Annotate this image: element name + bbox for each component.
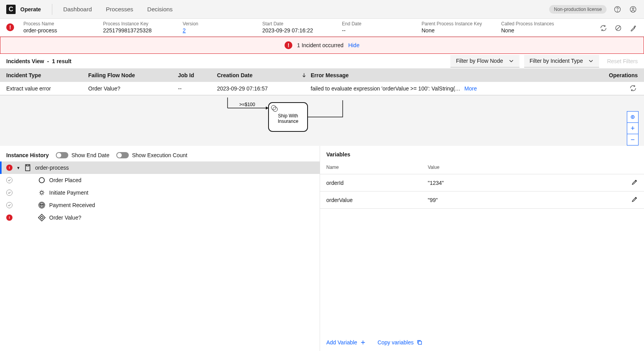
history-item-initiate-payment[interactable]: Initiate Payment bbox=[0, 186, 320, 199]
nav-links: Dashboard Processes Decisions bbox=[63, 6, 173, 12]
task-label-1: Ship With bbox=[278, 113, 298, 119]
history-item-root[interactable]: ! ▼ order-process bbox=[0, 161, 320, 174]
variable-value: "1234" bbox=[428, 180, 622, 186]
retry-icon[interactable] bbox=[599, 23, 608, 33]
history-item-label: Payment Received bbox=[49, 202, 95, 208]
incidents-filters: Filter by Flow Node Filter by Incident T… bbox=[450, 55, 638, 67]
nav-decisions[interactable]: Decisions bbox=[147, 6, 173, 12]
cell-incident-type: Extract value error bbox=[6, 85, 88, 92]
svg-text:!: ! bbox=[9, 166, 10, 170]
instance-operations bbox=[599, 23, 638, 33]
process-diagram[interactable]: Ship With Insurance >=$100 + − bbox=[0, 95, 644, 146]
start-event-icon bbox=[38, 177, 45, 184]
caret-down-icon[interactable]: ▼ bbox=[16, 166, 20, 170]
zoom-in-button[interactable]: + bbox=[627, 122, 639, 134]
nav-processes[interactable]: Processes bbox=[106, 6, 133, 12]
error-more-link[interactable]: More bbox=[464, 85, 477, 92]
incidents-view-title: Incidents View - 1 result bbox=[6, 58, 71, 64]
zoom-out-button[interactable]: − bbox=[627, 134, 639, 145]
field-version: Version 2 bbox=[183, 21, 253, 34]
incident-hide-link[interactable]: Hide bbox=[348, 42, 359, 48]
incident-banner: ! 1 Incident occurred Hide bbox=[0, 37, 644, 54]
incidents-table-header: Incident Type Failing Flow Node Job Id C… bbox=[0, 69, 644, 82]
toggle-switch bbox=[116, 152, 129, 158]
field-end-date: End Date -- bbox=[342, 21, 412, 34]
col-job-id[interactable]: Job Id bbox=[178, 72, 217, 78]
label-process-instance-key: Process Instance Key bbox=[103, 21, 173, 27]
value-called-instances: None bbox=[501, 27, 556, 34]
task-label-2: Insurance bbox=[278, 119, 299, 124]
edit-variable-button[interactable] bbox=[622, 179, 638, 186]
col-operations: Operations bbox=[603, 72, 638, 78]
history-item-label: Initiate Payment bbox=[49, 190, 88, 196]
col-incident-type[interactable]: Incident Type bbox=[6, 72, 88, 78]
filter-by-incident-type[interactable]: Filter by Incident Type bbox=[524, 55, 600, 67]
edit-variable-button[interactable] bbox=[622, 196, 638, 204]
toggle-show-end-date[interactable]: Show End Date bbox=[56, 152, 109, 158]
value-process-instance-key: 2251799813725328 bbox=[103, 27, 173, 34]
reset-filters[interactable]: Reset Filters bbox=[607, 58, 638, 64]
field-parent-key: Parent Process Instance Key None bbox=[422, 21, 492, 34]
sort-descending-icon bbox=[301, 73, 307, 78]
col-failing-node[interactable]: Failing Flow Node bbox=[88, 72, 178, 78]
incident-row[interactable]: Extract value error Order Value? -- 2023… bbox=[0, 82, 644, 95]
retry-incident-icon[interactable] bbox=[628, 83, 638, 93]
svg-point-1 bbox=[617, 11, 617, 11]
variables-panel: Variables Name Value orderId "1234" orde… bbox=[320, 146, 644, 351]
incident-status-icon: ! bbox=[6, 165, 12, 171]
incidents-bar: Incidents View - 1 result Filter by Flow… bbox=[0, 54, 644, 69]
history-item-label: Order Placed bbox=[49, 177, 81, 183]
separator bbox=[52, 4, 52, 15]
add-variable-button[interactable]: Add Variable bbox=[326, 339, 366, 346]
history-title: Instance History bbox=[6, 152, 49, 158]
history-item-label: Order Value? bbox=[49, 214, 81, 221]
field-called-instances: Called Process Instances None bbox=[501, 21, 556, 34]
cell-failing-node: Order Value? bbox=[88, 85, 178, 92]
filter-by-flow-node[interactable]: Filter by Flow Node bbox=[450, 55, 519, 67]
copy-variables-button[interactable]: Copy variables bbox=[377, 339, 422, 346]
svg-marker-6 bbox=[266, 106, 269, 110]
label-called-instances: Called Process Instances bbox=[501, 21, 556, 27]
completed-status-icon bbox=[6, 177, 12, 183]
variable-value: "99" bbox=[428, 197, 622, 203]
process-icon bbox=[24, 164, 31, 171]
variable-name: orderId bbox=[326, 180, 428, 186]
cancel-icon[interactable] bbox=[614, 23, 623, 33]
history-tree: ! ▼ order-process Order Placed bbox=[0, 161, 320, 224]
gateway-icon bbox=[38, 214, 45, 221]
toggle-show-execution-count[interactable]: Show Execution Count bbox=[116, 152, 187, 158]
pencil-icon bbox=[632, 196, 638, 202]
value-end-date: -- bbox=[342, 27, 412, 34]
nav-dashboard[interactable]: Dashboard bbox=[63, 6, 92, 12]
completed-status-icon bbox=[6, 190, 12, 196]
label-version: Version bbox=[183, 21, 253, 27]
cell-error-message: failed to evaluate expression 'orderValu… bbox=[311, 85, 603, 92]
bpmn-diagram-svg: Ship With Insurance >=$100 bbox=[224, 96, 388, 146]
svg-line-5 bbox=[616, 26, 620, 30]
value-version-link[interactable]: 2 bbox=[183, 27, 253, 34]
history-item-order-placed[interactable]: Order Placed bbox=[0, 174, 320, 186]
variable-row-orderid: orderId "1234" bbox=[320, 174, 644, 191]
topbar-right: Non-production license bbox=[549, 5, 638, 14]
field-start-date: Start Date 2023-09-29 07:16:22 bbox=[262, 21, 333, 34]
service-task-icon bbox=[38, 189, 45, 196]
cell-job-id: -- bbox=[178, 85, 217, 92]
value-start-date: 2023-09-29 07:16:22 bbox=[262, 27, 333, 34]
plus-icon bbox=[360, 340, 366, 345]
field-process-name: Process Name order-process bbox=[23, 21, 94, 34]
zoom-controls: + − bbox=[627, 111, 639, 145]
help-icon[interactable] bbox=[613, 5, 622, 14]
col-creation-date[interactable]: Creation Date bbox=[217, 72, 311, 78]
modify-icon[interactable] bbox=[628, 23, 638, 33]
zoom-reset-button[interactable] bbox=[627, 111, 639, 123]
incident-banner-icon: ! bbox=[285, 41, 292, 49]
value-process-name: order-process bbox=[23, 27, 94, 34]
label-end-date: End Date bbox=[342, 21, 412, 27]
user-icon[interactable] bbox=[628, 5, 638, 14]
bottom-panels: Instance History Show End Date Show Exec… bbox=[0, 146, 644, 351]
instance-history-panel: Instance History Show End Date Show Exec… bbox=[0, 146, 320, 351]
history-item-order-value[interactable]: ! Order Value? bbox=[0, 211, 320, 224]
col-error-message[interactable]: Error Message bbox=[311, 72, 603, 78]
history-item-payment-received[interactable]: Payment Received bbox=[0, 199, 320, 211]
incident-banner-text: 1 Incident occurred bbox=[297, 42, 343, 48]
